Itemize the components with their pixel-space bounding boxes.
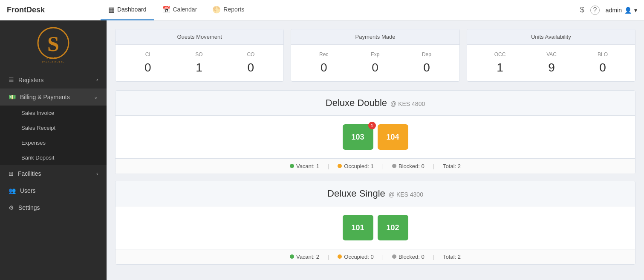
svg-text:PALACE HOTEL: PALACE HOTEL	[42, 60, 64, 63]
sidebar-item-registers[interactable]: ☰ Registers ‹	[0, 71, 107, 89]
occupied-indicator-deluxe-single: Occupied: 0	[338, 254, 373, 260]
room-price-deluxe-double: @ KES 4800	[390, 100, 425, 107]
total-indicator-deluxe-single: Total: 2	[443, 254, 461, 260]
registers-chevron-icon: ‹	[96, 77, 98, 83]
billing-submenu: Sales Invoice Sales Receipt Expenses Ban…	[0, 106, 107, 165]
stat-so: SO 1	[195, 51, 202, 74]
stat-vac: VAC 9	[546, 51, 557, 74]
units-availability-body: OCC 1 VAC 9 BLO 0	[467, 45, 635, 81]
sidebar-logo: S SUHUFI PALACE HOTEL	[28, 25, 79, 67]
help-icon[interactable]: ?	[590, 6, 600, 15]
registers-icon: ☰	[9, 77, 14, 83]
billing-icon: 💵	[9, 94, 16, 100]
brand: FrontDesk	[7, 6, 92, 14]
room-badge-103: 1	[368, 122, 376, 129]
nav-dashboard[interactable]: ▦ Dashboard	[101, 0, 154, 20]
sidebar: S SUHUFI PALACE HOTEL ☰ Registers ‹ 💵 Bi…	[0, 20, 107, 280]
facilities-chevron-icon: ‹	[96, 171, 98, 177]
room-title-deluxe-double: Deluxe Double	[326, 97, 387, 108]
user-menu[interactable]: admin 👤 ▾	[606, 7, 637, 14]
guests-movement-card: Guests Movement CI 0 SO 1 CO 0	[115, 29, 284, 82]
room-section-deluxe-single: Deluxe Single@ KES 4300101102 Vacant: 2 …	[115, 181, 635, 265]
layout: S SUHUFI PALACE HOTEL ☰ Registers ‹ 💵 Bi…	[0, 20, 644, 280]
dashboard-icon: ▦	[108, 6, 115, 14]
user-chevron-icon: ▾	[634, 7, 637, 14]
room-buttons-deluxe-single: 101102	[116, 206, 635, 249]
topnav: FrontDesk ▦ Dashboard 📅 Calendar 🌕 Repor…	[0, 0, 644, 20]
blocked-indicator-deluxe-single: Blocked: 0	[392, 254, 425, 260]
room-section-header-deluxe-single: Deluxe Single@ KES 4300	[116, 181, 635, 206]
blocked-indicator-deluxe-double: Blocked: 0	[392, 163, 425, 169]
stat-blo: BLO 0	[598, 51, 608, 74]
total-indicator-deluxe-double: Total: 2	[443, 163, 461, 169]
vacant-indicator-deluxe-single: Vacant: 2	[290, 254, 319, 260]
settings-icon: ⚙	[9, 204, 14, 211]
stats-row: Guests Movement CI 0 SO 1 CO 0	[115, 29, 635, 82]
stat-exp: Exp 0	[371, 51, 380, 74]
sidebar-item-users[interactable]: 👥 Users	[0, 182, 107, 199]
units-availability-card: Units Availability OCC 1 VAC 9 BLO 0	[467, 29, 635, 82]
svg-text:S: S	[47, 32, 59, 56]
room-btn-104[interactable]: 104	[378, 124, 408, 150]
payments-made-title: Payments Made	[291, 29, 459, 45]
stat-co: CO 0	[247, 51, 254, 74]
payments-made-card: Payments Made Rec 0 Exp 0 Dep 0	[291, 29, 459, 82]
room-sections: Deluxe Double@ KES 48001031104 Vacant: 1…	[115, 90, 635, 265]
occupied-indicator-deluxe-double: Occupied: 1	[338, 163, 373, 169]
room-btn-102[interactable]: 102	[378, 215, 408, 240]
billing-chevron-icon: ⌄	[94, 94, 98, 100]
payments-made-body: Rec 0 Exp 0 Dep 0	[291, 45, 459, 81]
facilities-icon: ⊞	[9, 170, 14, 177]
topnav-items: ▦ Dashboard 📅 Calendar 🌕 Reports	[101, 0, 580, 20]
topnav-right: $ ? admin 👤 ▾	[580, 6, 637, 15]
main-content: Guests Movement CI 0 SO 1 CO 0	[107, 20, 644, 280]
users-icon: 👥	[9, 187, 16, 194]
room-btn-103[interactable]: 1031	[343, 124, 373, 150]
submenu-sales-receipt[interactable]: Sales Receipt	[0, 120, 107, 135]
guests-movement-body: CI 0 SO 1 CO 0	[116, 45, 283, 81]
reports-icon: 🌕	[212, 6, 221, 14]
room-price-deluxe-single: @ KES 4300	[389, 191, 423, 198]
room-section-header-deluxe-double: Deluxe Double@ KES 4800	[116, 91, 635, 116]
submenu-bank-deposit[interactable]: Bank Deposit	[0, 150, 107, 165]
submenu-sales-invoice[interactable]: Sales Invoice	[0, 106, 107, 120]
room-buttons-deluxe-double: 1031104	[116, 116, 635, 158]
stat-ci: CI 0	[144, 51, 151, 74]
svg-text:SUHUFI: SUHUFI	[46, 56, 60, 60]
sidebar-menu: ☰ Registers ‹ 💵 Billing & Payments ⌄ Sal…	[0, 71, 107, 216]
room-btn-101[interactable]: 101	[343, 215, 373, 240]
sidebar-item-facilities[interactable]: ⊞ Facilities ‹	[0, 165, 107, 182]
user-avatar-icon: 👤	[624, 7, 632, 14]
stat-occ: OCC 1	[494, 51, 506, 74]
room-title-deluxe-single: Deluxe Single	[327, 188, 385, 199]
room-section-deluxe-double: Deluxe Double@ KES 48001031104 Vacant: 1…	[115, 90, 635, 174]
user-label: admin	[606, 7, 622, 14]
stat-rec: Rec 0	[319, 51, 328, 74]
stat-dep: Dep 0	[422, 51, 431, 74]
sidebar-item-settings[interactable]: ⚙ Settings	[0, 199, 107, 216]
nav-calendar[interactable]: 📅 Calendar	[154, 0, 205, 20]
hotel-logo-svg: S SUHUFI PALACE HOTEL	[30, 27, 77, 65]
calendar-icon: 📅	[162, 6, 170, 14]
units-availability-title: Units Availability	[467, 29, 635, 45]
guests-movement-title: Guests Movement	[116, 29, 283, 45]
room-section-footer-deluxe-single: Vacant: 2 | Occupied: 0 | Blocked: 0 | T…	[116, 249, 635, 264]
room-section-footer-deluxe-double: Vacant: 1 | Occupied: 1 | Blocked: 0 | T…	[116, 158, 635, 174]
vacant-indicator-deluxe-double: Vacant: 1	[290, 163, 319, 169]
dollar-icon[interactable]: $	[580, 6, 584, 14]
sidebar-item-billing[interactable]: 💵 Billing & Payments ⌄	[0, 89, 107, 106]
nav-reports[interactable]: 🌕 Reports	[205, 0, 252, 20]
submenu-expenses[interactable]: Expenses	[0, 135, 107, 150]
